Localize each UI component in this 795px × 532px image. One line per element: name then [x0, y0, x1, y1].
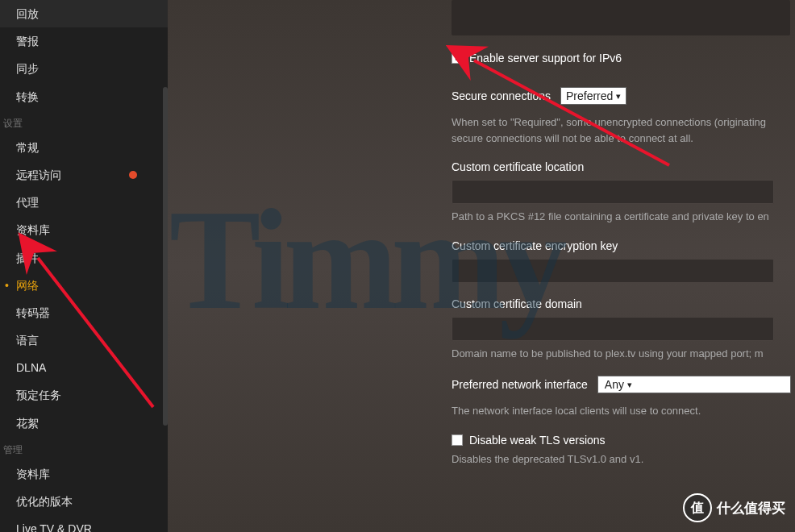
- smzdm-badge: 值 什么值得买: [683, 493, 785, 522]
- sidebar-item[interactable]: 转换: [0, 83, 168, 110]
- sidebar-item-label: 同步: [16, 61, 39, 76]
- sidebar-item-general[interactable]: 常规: [0, 134, 168, 161]
- cert-location-label: Custom certificate location: [452, 160, 795, 173]
- network-interface-label: Preferred network interface: [452, 378, 588, 391]
- select-value: Preferred: [566, 89, 613, 102]
- sidebar-item[interactable]: 同步: [0, 55, 168, 82]
- sidebar-item-plugins[interactable]: 插件: [0, 244, 168, 272]
- sidebar-item[interactable]: 警报: [0, 27, 168, 55]
- sidebar-item-label: 资料库: [16, 222, 50, 237]
- secure-connections-label: Secure connections: [452, 89, 551, 102]
- sidebar-item-library2[interactable]: 资料库: [0, 460, 168, 488]
- sidebar-item-remote[interactable]: 远程访问: [0, 161, 168, 189]
- alert-icon: [129, 171, 137, 179]
- network-interface-select[interactable]: Any: [597, 376, 791, 393]
- cert-key-input[interactable]: [452, 259, 774, 283]
- sidebar-item-label: 转换: [16, 89, 39, 104]
- sidebar-item-optimized[interactable]: 优化的版本: [0, 488, 168, 515]
- weak-tls-checkbox[interactable]: [452, 434, 463, 446]
- badge-text: 什么值得买: [717, 499, 785, 517]
- sidebar-item-label: 远程访问: [16, 168, 61, 182]
- cert-domain-input[interactable]: [452, 317, 774, 341]
- sidebar: 回放 警报 同步 转换 设置 常规 远程访问 代理 资料库 插件 网络 转码器 …: [0, 0, 168, 532]
- sidebar-item-label: 常规: [16, 140, 39, 155]
- sidebar-item-transcoder[interactable]: 转码器: [0, 299, 168, 326]
- sidebar-item-label: 警报: [16, 34, 39, 48]
- secure-connections-help: When set to "Required", some unencrypted…: [452, 114, 795, 146]
- ipv6-field: Enable server support for IPv6: [452, 52, 795, 64]
- sidebar-item-label: 资料库: [16, 467, 50, 481]
- badge-icon: 值: [683, 493, 712, 522]
- secure-connections-select[interactable]: Preferred: [560, 87, 626, 105]
- sidebar-item-label: 代理: [16, 195, 39, 210]
- sidebar-item-label: 优化的版本: [16, 494, 73, 509]
- main-content: Enable server support for IPv6 Secure co…: [168, 0, 795, 532]
- sidebar-item-label: DLNA: [16, 360, 46, 375]
- weak-tls-help: Disables the deprecated TLSv1.0 and v1.: [452, 451, 795, 468]
- sidebar-item-language[interactable]: 语言: [0, 326, 168, 354]
- cert-location-help: Path to a PKCS #12 file containing a cer…: [452, 209, 795, 225]
- network-interface-help: The network interface local clients will…: [452, 403, 795, 419]
- sidebar-item-label: 语言: [16, 333, 39, 347]
- sidebar-item-label: 回放: [16, 6, 39, 21]
- sidebar-item-proxy[interactable]: 代理: [0, 189, 168, 216]
- section-header-manage: 管理: [0, 437, 168, 460]
- cert-location-input[interactable]: [452, 180, 774, 204]
- input-placeholder-box: [452, 0, 790, 35]
- sidebar-item[interactable]: 回放: [0, 0, 168, 27]
- cert-domain-help: Domain name to be published to plex.tv u…: [452, 346, 795, 362]
- sidebar-item-network[interactable]: 网络: [0, 272, 168, 299]
- sidebar-item-label: 预定任务: [16, 388, 61, 402]
- sidebar-item-label: Live TV & DVR: [16, 522, 92, 532]
- sidebar-item-library[interactable]: 资料库: [0, 216, 168, 243]
- sidebar-item-dlna[interactable]: DLNA: [0, 354, 168, 381]
- sidebar-item-livetv[interactable]: Live TV & DVR: [0, 515, 168, 532]
- select-value: Any: [605, 378, 624, 391]
- sidebar-item-label: 转码器: [16, 305, 50, 320]
- sidebar-item-label: 花絮: [16, 416, 39, 430]
- ipv6-label: Enable server support for IPv6: [469, 52, 622, 64]
- weak-tls-label: Disable weak TLS versions: [469, 434, 606, 447]
- cert-key-label: Custom certificate encryption key: [452, 239, 795, 252]
- sidebar-item-extras[interactable]: 花絮: [0, 409, 168, 437]
- cert-domain-label: Custom certificate domain: [452, 297, 795, 310]
- section-header-settings: 设置: [0, 110, 168, 134]
- sidebar-item-label: 插件: [16, 251, 39, 265]
- sidebar-item-label: 网络: [16, 278, 39, 293]
- ipv6-checkbox[interactable]: [452, 52, 463, 64]
- sidebar-item-scheduled[interactable]: 预定任务: [0, 381, 168, 409]
